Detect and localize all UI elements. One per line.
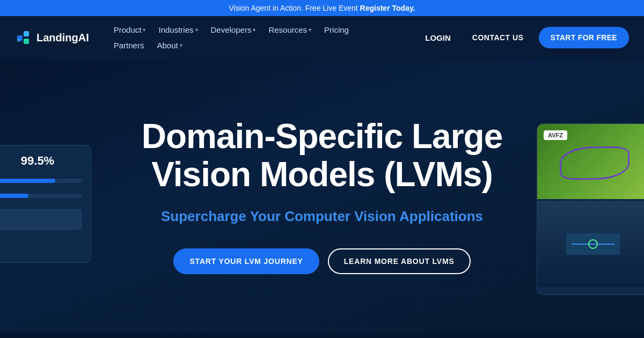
nav-pricing[interactable]: Pricing: [319, 22, 354, 38]
industries-chevron-icon: ▾: [195, 27, 198, 33]
developers-chevron-icon: ▾: [253, 27, 255, 33]
about-chevron-icon: ▾: [180, 42, 182, 48]
card-tag: AVFZ: [544, 130, 567, 140]
resources-chevron-icon: ▾: [309, 27, 311, 33]
nav-row-2: Partners About ▾: [108, 38, 354, 53]
stat-display: 99.5%: [0, 154, 82, 168]
nav-partners[interactable]: Partners: [108, 38, 150, 53]
learn-more-lvms-button[interactable]: LEARN MORE ABOUT LVMs: [328, 248, 471, 274]
progress-bar-container: [0, 179, 82, 183]
svg-rect-2: [24, 39, 29, 44]
progress-bar-fill: [0, 179, 55, 183]
navbar-left: LandingAI Product ▾ Industries ▾ Develop…: [15, 22, 354, 53]
hero-section: 99.5% AVFZ Domain-Specific Large: [0, 59, 644, 333]
navbar-right: LOGIN CONTACT US START FOR FREE: [419, 27, 629, 48]
nav-industries[interactable]: Industries ▾: [153, 22, 203, 38]
logo-text: LandingAI: [36, 32, 89, 44]
start-for-free-button[interactable]: START FOR FREE: [539, 27, 630, 48]
nav-developers[interactable]: Developers ▾: [206, 22, 261, 38]
announcement-bar: Vision Agent in Action. Free Live Event …: [0, 0, 644, 16]
stat-value: 99.5%: [0, 154, 82, 168]
nav-links: Product ▾ Industries ▾ Developers ▾ Reso…: [108, 22, 354, 53]
logo-icon: [15, 29, 32, 46]
nav-resources[interactable]: Resources ▾: [263, 22, 317, 38]
svg-rect-3: [17, 39, 20, 42]
nav-row-1: Product ▾ Industries ▾ Developers ▾ Reso…: [108, 22, 354, 38]
nav-product[interactable]: Product ▾: [108, 22, 151, 38]
logo[interactable]: LandingAI: [15, 29, 89, 46]
hero-buttons: START YOUR LVM JOURNEY LEARN MORE ABOUT …: [142, 248, 503, 274]
progress-bar-2: [0, 194, 82, 198]
login-button[interactable]: LOGIN: [419, 29, 457, 47]
aerial-image-icon: [561, 228, 625, 260]
hero-title: Domain-Specific Large Vision Models (LVM…: [142, 117, 503, 193]
card-image-top: AVFZ: [537, 124, 644, 199]
product-chevron-icon: ▾: [143, 27, 145, 33]
card-image-bottom: [537, 201, 644, 287]
chart-placeholder: [0, 209, 82, 230]
contact-button[interactable]: CONTACT US: [466, 29, 530, 46]
navbar: LandingAI Product ▾ Industries ▾ Develop…: [0, 16, 644, 59]
hero-subtitle: Supercharge Your Computer Vision Applica…: [142, 208, 503, 225]
hero-right-card: AVFZ: [537, 123, 644, 295]
announcement-cta[interactable]: Register Today.: [360, 4, 415, 12]
announcement-text: Vision Agent in Action. Free Live Event: [229, 4, 360, 12]
hero-left-card: 99.5%: [0, 145, 91, 263]
nav-about[interactable]: About ▾: [151, 38, 187, 53]
svg-rect-1: [24, 31, 29, 36]
start-lvm-journey-button[interactable]: START YOUR LVM JOURNEY: [173, 248, 319, 274]
hero-content: Domain-Specific Large Vision Models (LVM…: [142, 117, 503, 274]
